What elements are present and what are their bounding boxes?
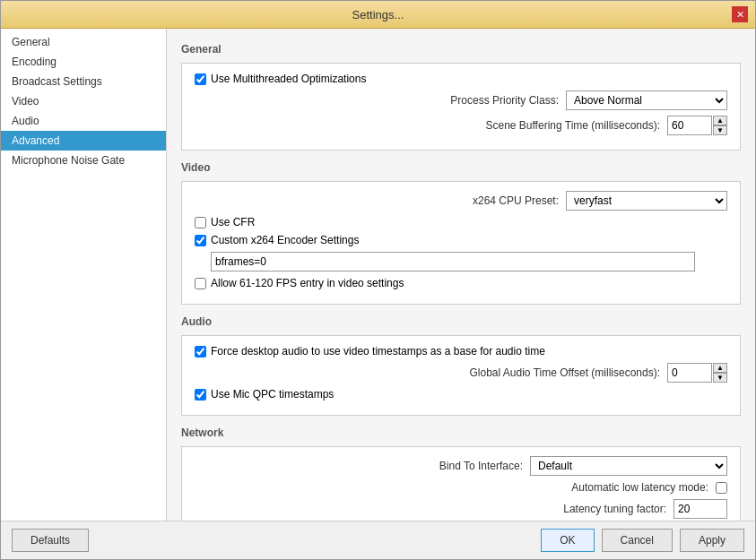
mic-qpc-checkbox[interactable]: [195, 389, 206, 401]
sidebar-item-microphone-noise-gate[interactable]: Microphone Noise Gate: [1, 151, 166, 170]
video-section-box: x264 CPU Preset: veryfast Use CFR Custom…: [181, 181, 741, 305]
dialog-title: Settings...: [24, 8, 732, 22]
audio-section-header: Audio: [181, 315, 741, 328]
video-section-header: Video: [181, 161, 741, 174]
custom-x264-label: Custom x264 Encoder Settings: [211, 234, 359, 246]
x264-preset-select[interactable]: veryfast: [566, 191, 727, 211]
multithreaded-label: Use Multithreaded Optimizations: [211, 73, 366, 85]
scene-buffering-up-button[interactable]: ▲: [713, 116, 727, 125]
main-panel: General Use Multithreaded Optimizations …: [167, 29, 755, 521]
use-cfr-checkbox[interactable]: [195, 217, 206, 228]
global-audio-time-down-button[interactable]: ▼: [713, 373, 727, 383]
force-desktop-audio-label: Force desktop audio to use video timesta…: [211, 345, 545, 358]
custom-x264-input-row: [195, 252, 727, 271]
auto-low-latency-checkbox[interactable]: [716, 482, 727, 494]
title-bar: Settings... ✕: [1, 1, 755, 29]
global-audio-time-spinner-buttons: ▲ ▼: [713, 363, 727, 383]
custom-x264-row: Custom x264 Encoder Settings: [195, 234, 727, 246]
apply-button[interactable]: Apply: [680, 529, 744, 552]
auto-low-latency-label: Automatic low latency mode:: [195, 481, 708, 494]
process-priority-select[interactable]: Above Normal: [566, 90, 727, 110]
force-desktop-audio-row: Force desktop audio to use video timesta…: [195, 345, 727, 358]
defaults-button[interactable]: Defaults: [12, 529, 89, 552]
multithreaded-row: Use Multithreaded Optimizations: [195, 73, 727, 85]
scene-buffering-spinner: ▲ ▼: [667, 116, 727, 135]
process-priority-label: Process Priority Class:: [195, 94, 559, 107]
sidebar-item-encoding[interactable]: Encoding: [1, 52, 166, 72]
general-section-box: Use Multithreaded Optimizations Process …: [181, 63, 741, 151]
general-section-header: General: [181, 43, 741, 56]
scene-buffering-label: Scene Buffering Time (milliseconds):: [195, 119, 660, 132]
close-button[interactable]: ✕: [732, 6, 748, 22]
settings-dialog: Settings... ✕ GeneralEncodingBroadcast S…: [0, 0, 756, 560]
network-section-header: Network: [181, 426, 741, 439]
global-audio-time-spinner: ▲ ▼: [667, 363, 727, 383]
custom-x264-input[interactable]: [211, 252, 695, 271]
scene-buffering-spinner-buttons: ▲ ▼: [713, 116, 727, 135]
mic-qpc-label: Use Mic QPC timestamps: [211, 388, 334, 401]
ok-button[interactable]: OK: [541, 529, 594, 552]
latency-tuning-input[interactable]: [673, 499, 727, 519]
allow-fps-label: Allow 61-120 FPS entry in video settings: [211, 277, 404, 289]
latency-tuning-row: Latency tuning factor:: [195, 499, 727, 519]
sidebar-item-video[interactable]: Video: [1, 91, 166, 111]
use-cfr-label: Use CFR: [211, 216, 255, 228]
footer-right: OK Cancel Apply: [541, 529, 744, 552]
sidebar-item-general[interactable]: General: [1, 32, 166, 52]
footer-left: Defaults: [12, 529, 89, 552]
scene-buffering-row: Scene Buffering Time (milliseconds): ▲ ▼: [195, 116, 727, 135]
content-area: GeneralEncodingBroadcast SettingsVideoAu…: [1, 29, 755, 521]
bind-interface-select[interactable]: Default: [530, 456, 727, 476]
auto-low-latency-row: Automatic low latency mode:: [195, 481, 727, 494]
use-cfr-row: Use CFR: [195, 216, 727, 228]
scene-buffering-input[interactable]: [667, 116, 712, 135]
global-audio-time-up-button[interactable]: ▲: [713, 363, 727, 373]
custom-x264-checkbox[interactable]: [195, 235, 206, 246]
sidebar-item-advanced[interactable]: Advanced: [1, 131, 166, 151]
audio-section-box: Force desktop audio to use video timesta…: [181, 335, 741, 416]
sidebar-item-audio[interactable]: Audio: [1, 111, 166, 131]
allow-fps-checkbox[interactable]: [195, 278, 206, 289]
multithreaded-checkbox[interactable]: [195, 73, 206, 85]
allow-fps-row: Allow 61-120 FPS entry in video settings: [195, 277, 727, 289]
bind-interface-label: Bind To Interface:: [195, 460, 523, 472]
sidebar: GeneralEncodingBroadcast SettingsVideoAu…: [1, 29, 167, 521]
global-audio-time-label: Global Audio Time Offset (milliseconds):: [195, 366, 660, 379]
footer: Defaults OK Cancel Apply: [1, 521, 755, 559]
x264-preset-row: x264 CPU Preset: veryfast: [195, 191, 727, 211]
force-desktop-audio-checkbox[interactable]: [195, 346, 206, 358]
mic-qpc-row: Use Mic QPC timestamps: [195, 388, 727, 401]
network-section-box: Bind To Interface: Default Automatic low…: [181, 446, 741, 521]
sidebar-item-broadcast-settings[interactable]: Broadcast Settings: [1, 72, 166, 91]
process-priority-row: Process Priority Class: Above Normal: [195, 90, 727, 110]
global-audio-time-row: Global Audio Time Offset (milliseconds):…: [195, 363, 727, 383]
latency-tuning-label: Latency tuning factor:: [195, 503, 666, 515]
scene-buffering-down-button[interactable]: ▼: [713, 125, 727, 135]
cancel-button[interactable]: Cancel: [602, 529, 673, 552]
x264-preset-label: x264 CPU Preset:: [195, 194, 559, 207]
bind-interface-row: Bind To Interface: Default: [195, 456, 727, 476]
global-audio-time-input[interactable]: [667, 363, 712, 383]
